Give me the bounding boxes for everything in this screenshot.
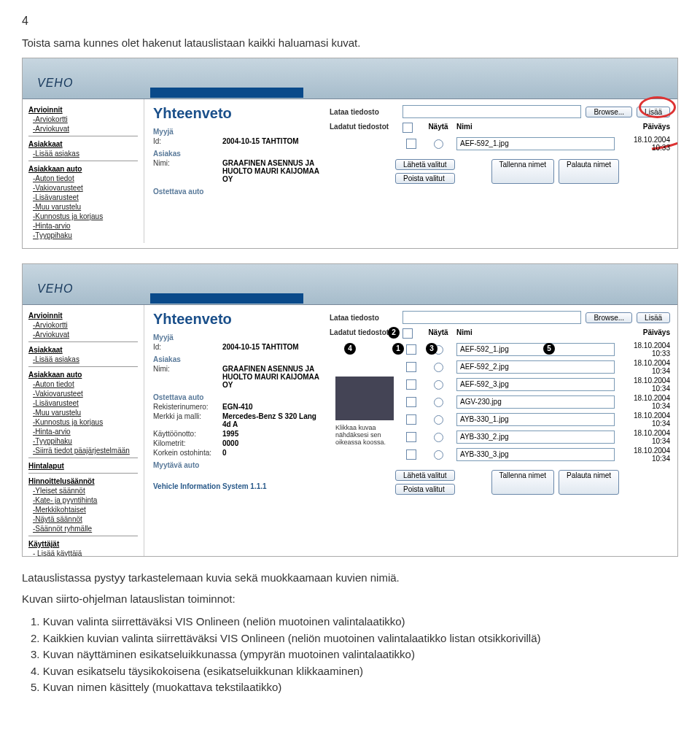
sidebar-item-arviokortti[interactable]: -Arviokortti xyxy=(28,115,138,124)
badge-3: 3 xyxy=(426,343,438,355)
checkbox-all[interactable] xyxy=(402,123,413,133)
file-name-input[interactable]: AGV-230.jpg xyxy=(456,395,615,409)
file-name-input[interactable]: AYB-330_2.jpg xyxy=(456,431,615,444)
sidebar: Arvioinnit -Arviokortti -Arviokuvat Asia… xyxy=(23,305,144,557)
restore-names-button[interactable]: Palauta nimet xyxy=(559,159,619,184)
file-name-input[interactable]: AYB-330_1.jpg xyxy=(456,413,615,426)
delete-button[interactable]: Poista valitut xyxy=(395,173,455,184)
sidebar-item-vakio[interactable]: -Vakiovarusteet xyxy=(28,183,138,193)
badge-5: 5 xyxy=(543,343,555,355)
col-nayta: Näytä xyxy=(420,123,456,133)
sidebar-item-auton-tiedot[interactable]: -Auton tiedot xyxy=(28,174,138,183)
badge-2: 2 xyxy=(388,327,400,339)
sidebar-item-vakio[interactable]: -Vakiovarusteet xyxy=(28,389,138,398)
save-names-button[interactable]: Tallenna nimet xyxy=(491,159,554,184)
badge-1: 1 xyxy=(392,343,404,355)
file-name-input[interactable]: AEF-592_2.jpg xyxy=(456,360,615,374)
intro-text-1: Toista sama kunnes olet hakenut latausli… xyxy=(22,36,678,49)
upload-path-input[interactable] xyxy=(402,311,581,324)
list-item-3: 3. Kuvan näyttäminen esikatseluikkunassa… xyxy=(31,646,678,663)
sidebar-item-kate[interactable]: -Kate- ja pyyntihinta xyxy=(28,495,138,505)
file-row: AEF-592_1.jpg 18.10.2004 10:33 xyxy=(330,136,670,152)
file-date: 18.10.2004 10:34 xyxy=(619,412,670,428)
sidebar-item-hinta[interactable]: -Hinta-arvio xyxy=(28,221,138,231)
upload-path-input[interactable] xyxy=(402,105,581,118)
file-checkbox[interactable] xyxy=(406,139,416,149)
file-preview-radio[interactable] xyxy=(434,415,443,425)
sidebar-item-asiakkaan-auto[interactable]: Asiakkaan auto xyxy=(28,164,138,174)
sidebar-item-arvioinnit[interactable]: Arvioinnit xyxy=(28,105,138,115)
browse-button[interactable]: Browse... xyxy=(586,312,632,323)
delete-button[interactable]: Poista valitut xyxy=(395,484,455,495)
list-item-4: 4. Kuvan esikatselu täysikokoisena (esik… xyxy=(31,663,678,680)
section-myyja: Myyjä xyxy=(153,128,321,136)
value-id: 2004-10-15 TAHTITOM xyxy=(222,137,321,145)
label-id: Id: xyxy=(153,137,222,145)
browse-button[interactable]: Browse... xyxy=(586,107,632,117)
sidebar-item-kunnostus[interactable]: -Kunnostus ja korjaus xyxy=(28,417,138,427)
page-title: Yhteenveto xyxy=(153,105,321,122)
sidebar-item-asiakkaan-auto[interactable]: Asiakkaan auto xyxy=(28,370,138,379)
file-checkbox[interactable] xyxy=(406,344,416,355)
file-preview-radio[interactable] xyxy=(434,433,443,442)
sidebar-item-kayttajat[interactable]: Käyttäjät xyxy=(28,539,138,549)
add-button[interactable]: Lisää xyxy=(637,312,670,323)
add-button[interactable]: Lisää xyxy=(637,107,670,117)
sidebar-item-hinta[interactable]: -Hinta-arvio xyxy=(28,427,138,436)
label-ladatut: Ladatut tiedostot xyxy=(330,123,402,133)
sidebar-item-lisavar[interactable]: -Lisävarusteet xyxy=(28,193,138,202)
sidebar-item-kunnostus[interactable]: -Kunnostus ja korjaus xyxy=(28,212,138,221)
send-button[interactable]: Lähetä valitut xyxy=(395,470,455,481)
sidebar-item-asiakkaat[interactable]: Asiakkaat xyxy=(28,345,138,355)
sidebar-item-tyyppih[interactable]: -Tyyppihaku xyxy=(28,436,138,446)
sidebar-item-lisavar[interactable]: -Lisävarusteet xyxy=(28,398,138,408)
sidebar-item-yleiset[interactable]: -Yleiset säännöt xyxy=(28,486,138,495)
sidebar-item-hintalaput[interactable]: Hintalaput xyxy=(28,461,138,471)
sidebar-item-arviokuvat[interactable]: -Arviokuvat xyxy=(28,124,138,134)
sidebar-item-hinnoit[interactable]: Hinnoittelusäännöt xyxy=(28,476,138,486)
page-number: 4 xyxy=(22,15,678,28)
sidebar-item-lisaa-asiakas[interactable]: -Lisää asiakas xyxy=(28,355,138,364)
sidebar-item-nayta-s[interactable]: -Näytä säännöt xyxy=(28,514,138,524)
file-checkbox[interactable] xyxy=(406,432,416,442)
sidebar-item-siirra[interactable]: -Siirrä tiedot päajärjestelmään xyxy=(28,446,138,455)
value-kaytto: 1995 xyxy=(222,430,321,438)
file-checkbox[interactable] xyxy=(406,414,416,425)
sidebar-item-lisaa-k[interactable]: - Lisää käyttäjä xyxy=(28,549,138,557)
file-checkbox[interactable] xyxy=(406,449,416,460)
file-checkbox[interactable] xyxy=(406,362,416,372)
sidebar-item-tyyppih[interactable]: -Tyyppihaku xyxy=(28,231,138,240)
sidebar-item-arvioinnit[interactable]: Arvioinnit xyxy=(28,311,138,320)
preview-thumbnail[interactable] xyxy=(335,377,394,420)
sidebar-item-auton-tiedot[interactable]: -Auton tiedot xyxy=(28,379,138,389)
sidebar-item-arviokuvat[interactable]: -Arviokuvat xyxy=(28,330,138,339)
send-button[interactable]: Lähetä valitut xyxy=(395,159,455,170)
file-preview-radio[interactable] xyxy=(434,139,443,149)
file-row: AYB-330_3.jpg18.10.2004 10:34 xyxy=(330,447,670,463)
sidebar-item-muu[interactable]: -Muu varustelu xyxy=(28,202,138,212)
file-name-input[interactable]: AEF-592_1.jpg xyxy=(456,343,615,356)
file-checkbox[interactable] xyxy=(406,397,416,407)
blue-bar xyxy=(150,88,303,98)
sidebar-item-arviokortti[interactable]: -Arviokortti xyxy=(28,320,138,330)
instructions-list: 1. Kuvan valinta siirrettäväksi VIS Onli… xyxy=(31,614,678,696)
file-name-input[interactable]: AYB-330_3.jpg xyxy=(456,448,615,461)
sidebar-item-lisaa-asiakas[interactable]: -Lisää asiakas xyxy=(28,149,138,158)
file-checkbox[interactable] xyxy=(406,379,416,390)
restore-names-button[interactable]: Palauta nimet xyxy=(559,470,619,495)
save-names-button[interactable]: Tallenna nimet xyxy=(491,470,554,495)
file-name-input[interactable]: AEF-592_1.jpg xyxy=(456,137,615,150)
sidebar-item-merkki[interactable]: -Merkkikohtaiset xyxy=(28,505,138,514)
file-preview-radio[interactable] xyxy=(434,450,443,460)
version-text: Vehicle Information System 1.1.1 xyxy=(153,482,321,490)
file-preview-radio[interactable] xyxy=(434,380,443,390)
file-date: 18.10.2004 10:34 xyxy=(619,377,670,393)
file-preview-radio[interactable] xyxy=(434,398,443,407)
sidebar-item-ryhmalle[interactable]: -Säännöt ryhmälle xyxy=(28,524,138,533)
checkbox-all[interactable] xyxy=(402,328,413,339)
sidebar-item-muu[interactable]: -Muu varustelu xyxy=(28,408,138,417)
sidebar-item-asiakkaat[interactable]: Asiakkaat xyxy=(28,139,138,149)
file-name-input[interactable]: AEF-592_3.jpg xyxy=(456,378,615,391)
file-preview-radio[interactable] xyxy=(434,363,443,372)
col-paivays: Päiväys xyxy=(619,123,670,133)
